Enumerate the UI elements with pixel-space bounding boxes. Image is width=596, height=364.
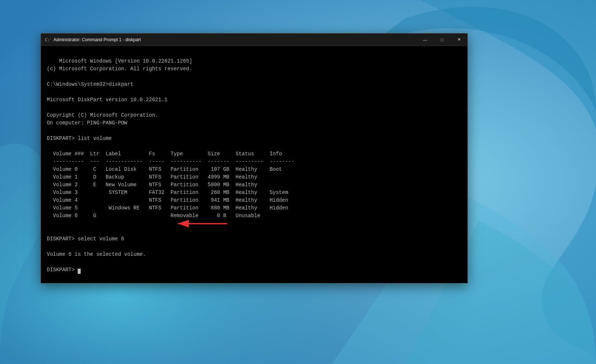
response-line: Volume 6 is the selected volume. DISKPAR… — [47, 251, 146, 273]
cmd-window: C:\ Administrator: Command Prompt 1 - di… — [41, 33, 468, 283]
window-title: Administrator: Command Prompt 1 - diskpa… — [53, 37, 141, 42]
title-bar-left: C:\ Administrator: Command Prompt 1 - di… — [45, 37, 141, 43]
title-bar-controls: — □ ✕ — [417, 33, 467, 46]
maximize-button[interactable]: □ — [434, 33, 450, 46]
line-version: Microsoft Windows [Version 10.0.22621.12… — [47, 58, 294, 242]
svg-text:C:\: C:\ — [45, 38, 50, 42]
cursor-blink — [78, 269, 81, 274]
cmd-icon: C:\ — [45, 37, 50, 43]
title-bar: C:\ Administrator: Command Prompt 1 - di… — [41, 33, 467, 46]
terminal-output[interactable]: Microsoft Windows [Version 10.0.22621.12… — [41, 46, 467, 283]
close-button[interactable]: ✕ — [450, 33, 467, 46]
minimize-button[interactable]: — — [417, 33, 434, 46]
